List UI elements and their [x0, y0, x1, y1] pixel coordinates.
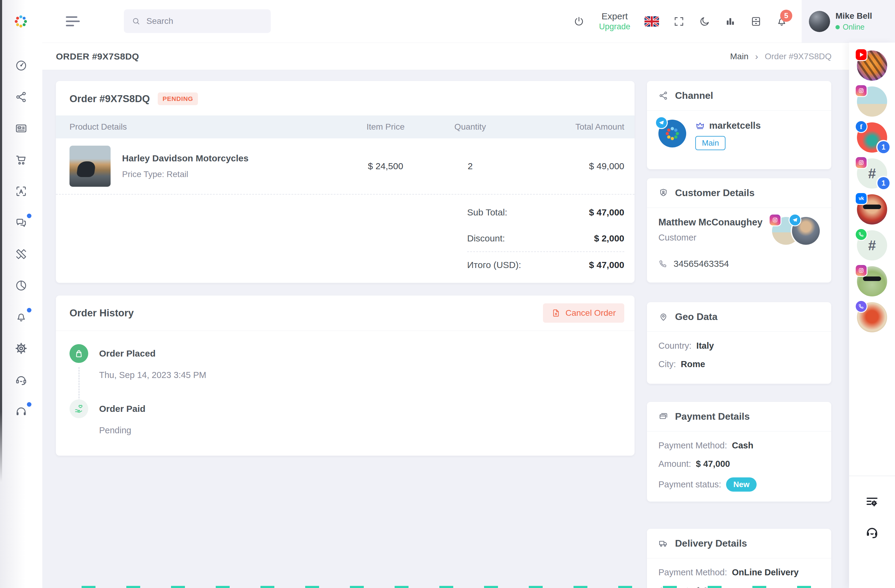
chats-icon [15, 216, 27, 229]
title-bar: ORDER #9X7S8DQ Main › Order #9X7S8DQ [42, 42, 849, 70]
user-name: Mike Bell [836, 11, 872, 21]
uk-flag-icon [645, 16, 659, 27]
rail-divider [849, 476, 895, 476]
fullscreen-button[interactable] [673, 16, 685, 27]
sidebar-item-audio[interactable] [0, 396, 42, 427]
instagram-badge-icon [770, 215, 780, 226]
search-box[interactable] [124, 9, 271, 33]
sunglasses [863, 276, 881, 281]
bell-icon [15, 311, 27, 323]
order-card: Order #9X7S8DQ PENDING Product Details I… [56, 81, 634, 283]
viber-badge-icon [856, 301, 866, 312]
cart-icon [15, 153, 27, 166]
breadcrumb-main[interactable]: Main [730, 52, 748, 61]
product-image [70, 145, 111, 187]
geo-country-row: Country: Italy [658, 341, 820, 351]
subtotal-row: Sub Total: $ 47,000 [467, 199, 624, 226]
hamburger-menu-icon[interactable] [66, 15, 80, 28]
status-badge: PENDING [158, 92, 198, 105]
discount-row: Discount: $ 2,000 [467, 226, 624, 252]
sidebar-item-chats[interactable] [0, 207, 42, 238]
user-menu[interactable]: Mike Bell Online [802, 0, 895, 42]
headset-icon [865, 525, 879, 540]
chat-contact-instagram-hash[interactable]: # 1 [857, 158, 887, 189]
notification-dot [27, 214, 32, 218]
sidebar-item-feed[interactable] [0, 113, 42, 144]
upgrade-link[interactable]: Upgrade [599, 22, 630, 32]
timeline-event: Order Paid Pending [70, 399, 621, 435]
customer-phone[interactable]: 34565463354 [658, 259, 820, 269]
sidebar-item-notifications[interactable] [0, 301, 42, 333]
list-settings-icon [865, 495, 879, 509]
payment-amount-value: $ 47,000 [696, 459, 730, 469]
cancel-order-button[interactable]: Cancel Order [543, 303, 624, 323]
chat-contact-instagram[interactable] [857, 86, 887, 117]
payment-amount-row: Amount: $ 47,000 [658, 459, 820, 469]
instagram-badge-icon [856, 157, 866, 168]
sidebar-item-support[interactable] [0, 364, 42, 396]
newspaper-icon [15, 122, 27, 135]
hand-heart-icon [74, 404, 84, 414]
vk-badge-icon: vk [856, 193, 866, 204]
power-button[interactable] [573, 16, 585, 27]
chat-contact-instagram-frog[interactable] [857, 266, 887, 296]
dark-mode-button[interactable] [699, 16, 710, 27]
sidebar-item-statistics[interactable] [0, 270, 42, 301]
notification-dot [27, 402, 32, 407]
plan-upgrade[interactable]: Expert Upgrade [599, 11, 630, 32]
facebook-badge-icon: f [856, 121, 866, 132]
support-headset-button[interactable] [865, 525, 879, 540]
chat-contact-viber[interactable] [857, 302, 887, 332]
plan-label: Expert [602, 11, 628, 22]
order-summary: Sub Total: $ 47,000 Discount: $ 2,000 Ит… [467, 199, 624, 278]
page-title: ORDER #9X7S8DQ [56, 52, 139, 62]
chat-contact-whatsapp[interactable]: # [857, 230, 887, 261]
channel-main-badge: Main [695, 136, 725, 150]
delivery-method-row: Payment Method: OnLine Delivery [658, 567, 820, 577]
total-amount: $ 49,000 [510, 161, 624, 171]
shopping-bag-icon [74, 349, 84, 359]
chat-contact-facebook[interactable]: f 1 [857, 122, 887, 153]
language-switcher[interactable] [645, 16, 659, 27]
search-input[interactable] [146, 16, 263, 26]
fullscreen-icon [673, 16, 685, 27]
ruler-cross-icon [15, 248, 27, 261]
analytics-button[interactable] [725, 16, 736, 27]
table-header: Product Details Item Price Quantity Tota… [56, 115, 634, 138]
order-history-card: Order History Cancel Order Order Placed … [56, 296, 634, 456]
order-title: Order #9X7S8DQ [70, 93, 150, 105]
order-history-title: Order History [70, 307, 134, 319]
moon-icon [699, 16, 710, 27]
event-title: Order Placed [99, 344, 206, 359]
sidebar-item-settings[interactable] [0, 333, 42, 364]
instagram-badge-icon [856, 85, 866, 96]
sidebar-item-tools[interactable] [0, 238, 42, 270]
user-shield-icon [658, 188, 668, 198]
geo-data-card: Geo Data Country: Italy City: Rome [647, 302, 831, 384]
sidebar-item-orders[interactable] [0, 144, 42, 176]
power-icon [573, 16, 585, 27]
customer-avatar[interactable] [792, 217, 820, 245]
order-timeline: Order Placed Thu, Sep 14, 2023 3:45 PM O… [56, 331, 634, 449]
order-page: Expert Upgrade [0, 0, 895, 588]
channel-card: Channel mar [647, 81, 831, 169]
channel-avatar[interactable] [658, 120, 686, 147]
customer-name[interactable]: Matthew McConaughey [658, 217, 762, 228]
instagram-badge-icon [856, 265, 866, 276]
chat-filter-button[interactable] [865, 495, 879, 509]
timeline-event: Order Placed Thu, Sep 14, 2023 3:45 PM [70, 344, 621, 380]
cash-register-button[interactable] [750, 16, 762, 27]
chat-contact-youtube[interactable] [857, 50, 887, 81]
channel-name[interactable]: marketcells [709, 120, 761, 131]
sidebar-item-recognition[interactable] [0, 176, 42, 207]
app-logo-icon[interactable] [14, 15, 28, 29]
chat-contact-vk[interactable]: vk [857, 194, 887, 224]
notifications-button[interactable]: 5 [776, 16, 787, 27]
sidebar-item-dashboard[interactable] [0, 50, 42, 81]
sidebar-item-channels[interactable] [0, 81, 42, 113]
bar-chart-icon [725, 16, 736, 27]
marketcells-logo-icon [664, 125, 681, 142]
pie-chart-icon [15, 279, 27, 292]
online-dot [836, 25, 840, 29]
customer-avatars [772, 217, 820, 245]
